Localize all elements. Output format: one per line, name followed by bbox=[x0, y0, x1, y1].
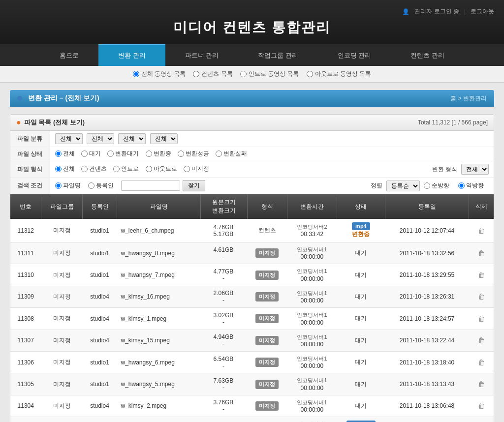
cell-status: 대기 bbox=[337, 395, 385, 417]
cell-delete[interactable]: 🗑 bbox=[469, 417, 494, 422]
cell-registrar: studio1 bbox=[83, 264, 117, 286]
format-badge: 미지정 bbox=[255, 336, 279, 345]
delete-icon[interactable]: 🗑 bbox=[478, 227, 485, 235]
delete-icon[interactable]: 🗑 bbox=[478, 402, 485, 410]
cell-delete[interactable]: 🗑 bbox=[469, 330, 494, 351]
delete-icon[interactable]: 🗑 bbox=[478, 359, 485, 366]
conv-time: 00:00:00 bbox=[290, 406, 334, 413]
category-select-2[interactable]: 전체 bbox=[87, 133, 114, 144]
cell-status: 대기 bbox=[337, 308, 385, 330]
search-input[interactable] bbox=[121, 181, 180, 191]
cell-size: 6.54GB - bbox=[201, 351, 248, 373]
filter-category-options: 전체 전체 전체 전체 bbox=[50, 131, 494, 147]
delete-icon[interactable]: 🗑 bbox=[478, 315, 485, 323]
cell-status: mpeg2ts Success bbox=[337, 417, 385, 422]
sort-desc[interactable]: 역방향 bbox=[458, 181, 484, 190]
status-text: 대기 bbox=[355, 402, 367, 409]
subnav-intro-video[interactable]: 인트로 동영상 목록 bbox=[240, 70, 299, 78]
cell-reg-date: 2011-10-18 13:22:44 bbox=[385, 330, 469, 351]
cell-num: 11310 bbox=[10, 264, 41, 286]
nav-item-convert[interactable]: 변환 관리 bbox=[98, 44, 165, 66]
cell-status: 대기 bbox=[337, 330, 385, 351]
table-row: 11309 미지정 studio4 w_kimsy_16.mpeg 2.06GB… bbox=[10, 286, 494, 307]
th-size: 원본크기변환크기 bbox=[201, 194, 248, 219]
sort-asc[interactable]: 순방향 bbox=[424, 181, 449, 190]
cell-delete[interactable]: 🗑 bbox=[469, 395, 494, 417]
format-radio-contents[interactable]: 컨텐츠 bbox=[81, 165, 107, 173]
cell-delete[interactable]: 🗑 bbox=[469, 308, 494, 330]
filter-row-search: 검색 조건 파일명 등록인 찾기 정렬 등록순 이름순 bbox=[10, 178, 494, 194]
convert-format-select[interactable]: 전체 bbox=[461, 164, 489, 175]
cell-group: 미지정 bbox=[41, 351, 83, 373]
category-select-3[interactable]: 전체 bbox=[118, 133, 146, 144]
cell-size: 4.76GB 5.17GB bbox=[201, 219, 248, 242]
cell-num: 11304 bbox=[10, 395, 41, 417]
cell-num: 11312 bbox=[10, 219, 41, 242]
format-radio-intro[interactable]: 인트로 bbox=[113, 165, 139, 173]
logout-link[interactable]: 로그아웃 bbox=[471, 7, 494, 16]
filter-row-format: 파일 형식 전체 컨텐츠 인트로 아웃트로 미지정 변환 형식 전체 bbox=[10, 161, 494, 178]
nav-item-home[interactable]: 홈으로 bbox=[40, 44, 98, 66]
cell-registrar: studio1 bbox=[83, 219, 117, 242]
nav-item-encoding[interactable]: 인코딩 관리 bbox=[318, 44, 391, 66]
format-badge: 미지정 bbox=[255, 314, 279, 323]
cell-status: 대기 bbox=[337, 264, 385, 286]
cell-format: 미지정 bbox=[247, 330, 287, 351]
status-radio-success[interactable]: 변환성공 bbox=[178, 150, 209, 158]
cell-size: 4.61GB - bbox=[201, 242, 248, 264]
status-radio-wait[interactable]: 대기 bbox=[81, 150, 101, 158]
server-info: 인코딩서버1 bbox=[290, 355, 334, 362]
status-radio-all[interactable]: 전체 bbox=[55, 150, 75, 158]
status-text: 대기 bbox=[355, 315, 367, 322]
category-select-1[interactable]: 전체 bbox=[55, 133, 83, 144]
category-select-4[interactable]: 전체 bbox=[150, 133, 178, 144]
cell-delete[interactable]: 🗑 bbox=[469, 351, 494, 373]
subnav-all-video[interactable]: 전체 동영상 목록 bbox=[133, 70, 186, 78]
search-type-filename[interactable]: 파일명 bbox=[55, 181, 81, 190]
format-radio-outro[interactable]: 아웃트로 bbox=[146, 165, 177, 173]
filter-status-options: 전체 대기 변환대기 변환중 변환성공 변환실패 bbox=[50, 147, 494, 161]
nav-item-workgroup[interactable]: 작업그룹 관리 bbox=[238, 44, 318, 66]
delete-icon[interactable]: 🗑 bbox=[478, 336, 485, 344]
subnav-outro-video[interactable]: 아웃트로 동영상 목록 bbox=[307, 70, 372, 78]
orig-size: 4.77GB bbox=[214, 268, 234, 275]
delete-icon[interactable]: 🗑 bbox=[478, 380, 485, 388]
filter-row-category: 파일 분류 전체 전체 전체 전체 bbox=[10, 131, 494, 147]
page-main-title: 미디어 컨텐츠 통합관리 bbox=[10, 18, 494, 37]
conv-size: - bbox=[222, 297, 224, 303]
cell-group: 미지정 bbox=[41, 417, 83, 422]
status-radio-converting[interactable]: 변환중 bbox=[146, 150, 171, 158]
convert-format-label: 변환 형식 bbox=[432, 165, 457, 174]
status-radio-fail[interactable]: 변환실패 bbox=[216, 150, 247, 158]
status-text: 변환중 bbox=[352, 231, 370, 238]
table-row: 11310 미지정 studio1 w_hwangsy_7.mpeg 4.77G… bbox=[10, 264, 494, 286]
cell-delete[interactable]: 🗑 bbox=[469, 219, 494, 242]
cell-delete[interactable]: 🗑 bbox=[469, 264, 494, 286]
cell-delete[interactable]: 🗑 bbox=[469, 242, 494, 264]
search-type-registrar[interactable]: 등록인 bbox=[88, 181, 114, 190]
cell-format: 미지정 bbox=[247, 308, 287, 330]
status-radio-convert-wait[interactable]: 변환대기 bbox=[107, 150, 139, 158]
cell-format: 미지정 bbox=[247, 286, 287, 307]
format-radio-all[interactable]: 전체 bbox=[55, 165, 75, 173]
status-text: 대기 bbox=[355, 249, 367, 256]
cell-delete[interactable]: 🗑 bbox=[469, 373, 494, 395]
th-reg-date: 등록일 bbox=[385, 194, 469, 219]
cell-filename: w_kimsy_2.mpeg bbox=[117, 395, 200, 417]
sort-select[interactable]: 등록순 이름순 bbox=[386, 181, 420, 191]
cell-registrar: studio4 bbox=[83, 330, 117, 351]
delete-icon[interactable]: 🗑 bbox=[478, 293, 485, 301]
server-info: 인코딩서버1 bbox=[290, 399, 334, 406]
search-button[interactable]: 찾기 bbox=[183, 180, 205, 191]
format-radio-unset[interactable]: 미지정 bbox=[184, 165, 209, 173]
delete-icon[interactable]: 🗑 bbox=[478, 249, 485, 257]
subnav-contents-list[interactable]: 컨텐츠 목록 bbox=[193, 70, 232, 78]
delete-icon[interactable]: 🗑 bbox=[478, 271, 485, 279]
cell-delete[interactable]: 🗑 bbox=[469, 286, 494, 307]
cell-group: 미지정 bbox=[41, 264, 83, 286]
nav-item-contents[interactable]: 컨텐츠 관리 bbox=[391, 44, 464, 66]
th-registrar: 등록인 bbox=[83, 194, 117, 219]
file-list-section: ● 파일 목록 (전체 보기) Total 11,312 [1 / 566 pa… bbox=[10, 114, 494, 422]
nav-item-partner[interactable]: 파트너 관리 bbox=[165, 44, 239, 66]
table-row: 11305 미지정 studio1 w_hwangsy_5.mpeg 7.63G… bbox=[10, 373, 494, 395]
